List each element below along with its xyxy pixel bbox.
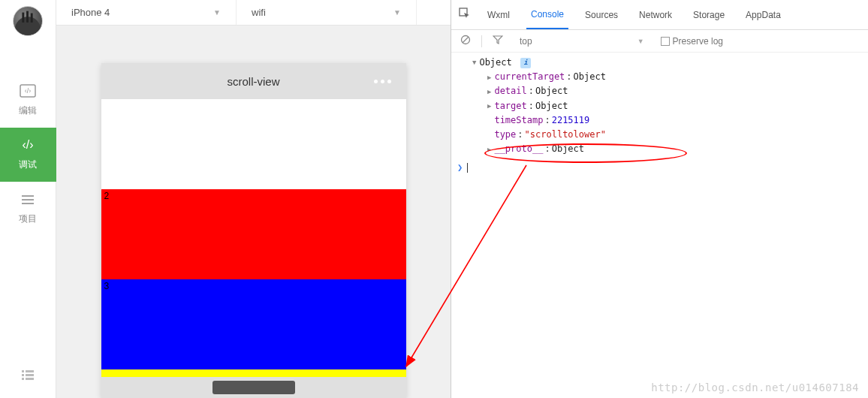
main-panel: iPhone 4 ▼ wifi ▼ scroll-view 2 3 [56,0,451,398]
svg-rect-3 [31,14,33,23]
page-title: scroll-view [227,75,279,88]
left-sidebar: ‹/› 编辑 ‹/› 调试 项目 [0,0,56,398]
svg-rect-15 [26,378,34,380]
context-select[interactable]: top ▼ [514,36,650,47]
svg-text:‹/›: ‹/› [22,138,33,151]
svg-rect-11 [26,370,34,372]
svg-text:‹/›: ‹/› [25,87,32,95]
devtools-tabs: Wxml Console Sources Network Storage App… [451,0,868,30]
console-prompt[interactable]: ❯ [457,161,862,175]
code-box-icon: ‹/› [20,84,36,101]
disclosure-triangle-icon[interactable]: ▶ [487,86,491,97]
network-label: wifi [252,7,266,18]
info-badge-icon[interactable]: i [520,58,531,68]
scroll-view[interactable]: 2 3 [101,99,406,377]
svg-rect-14 [22,378,24,380]
device-label: iPhone 4 [71,7,110,18]
filter-icon[interactable] [493,35,503,47]
sidebar-item-edit[interactable]: ‹/› 编辑 [0,74,56,128]
simulator: scroll-view 2 3 [101,63,406,398]
more-dots-icon[interactable] [374,80,391,83]
avatar[interactable] [13,6,43,36]
tab-sources[interactable]: Sources [580,0,622,29]
svg-rect-1 [22,13,24,23]
list-icon [21,367,35,384]
chevron-down-icon: ▼ [393,8,401,17]
scroll-block [101,99,406,189]
sidebar-item-more[interactable] [0,357,56,398]
scroll-block: 3 [101,279,406,369]
network-select[interactable]: wifi ▼ [237,0,417,25]
svg-rect-12 [22,374,24,376]
menu-icon [20,192,35,210]
code-icon: ‹/› [20,138,36,155]
svg-rect-13 [26,374,34,376]
simulator-footer [101,377,406,398]
svg-rect-2 [26,11,29,23]
tab-appdata[interactable]: AppData [741,0,785,29]
console-toolbar: top ▼ Preserve log [451,30,868,53]
tab-wxml[interactable]: Wxml [483,0,514,29]
tab-console[interactable]: Console [526,0,568,29]
watermark: http://blog.csdn.net/u014607184 [651,381,859,393]
clear-console-icon[interactable] [460,35,471,47]
scroll-block [101,369,406,377]
chevron-down-icon: ▼ [213,8,221,17]
device-select[interactable]: iPhone 4 ▼ [56,0,237,25]
disclosure-triangle-icon[interactable]: ▶ [487,144,491,155]
sidebar-item-label: 调试 [19,158,37,171]
disclosure-triangle-icon[interactable]: ▶ [487,101,491,111]
inspect-icon[interactable] [459,8,471,22]
preserve-log-checkbox[interactable]: Preserve log [661,36,723,47]
console-output[interactable]: ▼Object i ▶currentTarget: Object ▶detail… [451,53,868,398]
tab-storage[interactable]: Storage [689,0,729,29]
devtools-panel: Wxml Console Sources Network Storage App… [451,0,868,398]
chevron-down-icon: ▼ [637,38,644,45]
sidebar-item-project[interactable]: 项目 [0,182,56,236]
svg-line-18 [463,37,469,43]
sidebar-item-debug[interactable]: ‹/› 调试 [0,128,56,182]
disclosure-triangle-icon[interactable]: ▼ [472,57,476,68]
text-cursor [467,163,468,173]
tab-network[interactable]: Network [634,0,677,29]
simulator-header: scroll-view [101,63,406,99]
disclosure-triangle-icon[interactable]: ▶ [487,72,491,83]
scroll-block: 2 [101,189,406,279]
svg-rect-10 [22,370,24,372]
sidebar-item-label: 编辑 [19,104,37,117]
sidebar-item-label: 项目 [19,213,37,225]
topbar: iPhone 4 ▼ wifi ▼ [56,0,451,26]
